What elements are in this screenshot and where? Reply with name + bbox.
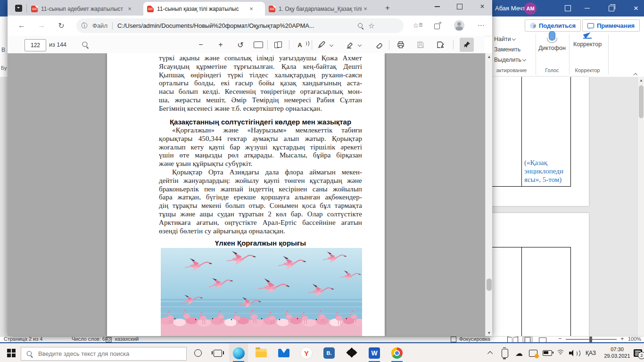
start-button[interactable] bbox=[2, 344, 21, 362]
focus-mode-icon[interactable] bbox=[451, 337, 456, 342]
pdf-scroll-up-icon[interactable]: ▲ bbox=[486, 53, 492, 60]
ribbon-corrector-button[interactable]: Корректор bbox=[570, 32, 604, 48]
forward-icon[interactable]: → bbox=[35, 19, 48, 32]
taskbar-explorer-icon[interactable] bbox=[252, 344, 271, 362]
word-account-name[interactable]: Абая Мечта bbox=[495, 0, 528, 16]
taskbar-mail-icon[interactable] bbox=[274, 344, 293, 362]
page-zoom-icon[interactable] bbox=[357, 22, 364, 30]
tab-1[interactable]: 11-сынып әдебиет жаратылыст × bbox=[28, 2, 142, 16]
tab-actions-menu-icon[interactable] bbox=[13, 3, 24, 13]
ribbon-separator bbox=[569, 34, 570, 74]
rotate-icon[interactable]: ↺ bbox=[234, 39, 247, 51]
zoom-out-icon[interactable]: − bbox=[195, 39, 207, 51]
pdf-scroll-down-icon[interactable]: ▼ bbox=[486, 329, 492, 336]
settings-more-icon[interactable]: ⋯ bbox=[474, 19, 487, 32]
zoom-in-icon[interactable]: + bbox=[215, 39, 227, 51]
pdf-page: түркі ақыны және сопылық ілімді уағыздау… bbox=[107, 53, 385, 336]
taskbar-vk-icon[interactable]: B. bbox=[320, 344, 339, 362]
action-center-icon[interactable]: 2 bbox=[632, 344, 644, 362]
print-icon[interactable] bbox=[395, 39, 407, 51]
page-info-icon[interactable]: ⓘ bbox=[76, 22, 92, 30]
address-bar[interactable]: ⓘ Файл C:/Users/admin/Documents/Новый%20… bbox=[76, 18, 404, 33]
clock[interactable]: 07:30 29.03.2021 bbox=[603, 346, 632, 359]
page-number-input[interactable] bbox=[25, 39, 46, 51]
status-word-count[interactable]: Число слов: 643 bbox=[72, 336, 111, 342]
share-button[interactable]: Поделиться bbox=[525, 19, 581, 32]
tab-close-icon[interactable]: × bbox=[362, 5, 369, 13]
pdf-search-icon[interactable] bbox=[79, 39, 91, 51]
ribbon-select-button[interactable]: Выделить bbox=[494, 57, 526, 63]
word-minimize-button[interactable] bbox=[580, 0, 594, 16]
tray-show-hidden-icon[interactable] bbox=[486, 344, 496, 362]
word-scroll-up-icon[interactable]: ▲ bbox=[638, 77, 644, 83]
reload-icon[interactable]: ↻ bbox=[55, 19, 68, 32]
sync-notification-icon[interactable] bbox=[527, 344, 539, 362]
status-zoom-out-button[interactable]: − bbox=[558, 336, 562, 342]
taskbar-dropbox-icon[interactable] bbox=[342, 344, 361, 362]
taskbar-chrome-icon[interactable] bbox=[388, 344, 406, 362]
pdf-text-line: браконьерлік пен жаппай індеттің кесірін… bbox=[159, 185, 362, 194]
battery-icon[interactable] bbox=[541, 344, 553, 362]
highlighter-dropdown-icon[interactable] bbox=[356, 41, 362, 48]
ribbon-dictate-button[interactable]: Диктофон bbox=[537, 31, 567, 51]
pdf-scrollbar-thumb[interactable] bbox=[487, 279, 492, 291]
back-icon[interactable]: ← bbox=[15, 19, 28, 32]
read-aloud-icon[interactable]: A bbox=[294, 39, 306, 51]
onedrive-cloud-icon[interactable]: ☁ bbox=[513, 344, 525, 362]
your-phone-icon[interactable] bbox=[499, 344, 511, 362]
page-view-icon[interactable] bbox=[272, 39, 284, 51]
draw-pen-icon[interactable] bbox=[315, 39, 328, 51]
taskbar-word-icon[interactable]: W bbox=[365, 344, 384, 362]
status-focus-label[interactable]: Фокусировка bbox=[459, 336, 490, 342]
word-scrollbar-thumb[interactable] bbox=[639, 85, 644, 118]
tab-2-active[interactable]: 11-сынып қазақ тілі жаратылыс × bbox=[143, 2, 265, 16]
volume-icon[interactable] bbox=[568, 344, 580, 362]
task-view-icon[interactable] bbox=[208, 344, 227, 362]
language-indicator[interactable]: ҚАЗ bbox=[583, 344, 599, 362]
draw-pen-dropdown-icon[interactable] bbox=[328, 41, 333, 48]
tab-3[interactable]: 1. Оқу бағдарламасы_Қазақ тілі × bbox=[266, 2, 378, 16]
status-language[interactable]: казахский bbox=[115, 336, 139, 342]
add-favorite-icon[interactable]: ☆ bbox=[364, 22, 379, 30]
wifi-icon[interactable] bbox=[554, 344, 567, 362]
save-as-icon[interactable] bbox=[434, 39, 446, 51]
taskbar-edge-icon[interactable] bbox=[229, 344, 248, 362]
status-page-indicator[interactable]: Страница 2 из 4 bbox=[4, 336, 42, 342]
highlighter-icon[interactable] bbox=[344, 39, 356, 51]
dropbox-icon bbox=[347, 348, 356, 358]
taskbar-search[interactable] bbox=[21, 347, 187, 361]
collections-icon[interactable] bbox=[431, 19, 444, 32]
word-close-button[interactable]: × bbox=[629, 0, 643, 16]
zoom-slider-thumb[interactable] bbox=[589, 337, 592, 342]
cortana-icon[interactable] bbox=[189, 344, 207, 362]
tab-close-icon[interactable]: × bbox=[126, 5, 133, 13]
ribbon-find-button[interactable]: Найти bbox=[494, 36, 515, 42]
word-restore-button[interactable] bbox=[604, 0, 619, 16]
tab-close-icon[interactable]: × bbox=[248, 5, 255, 13]
comments-button[interactable]: Примечания bbox=[582, 19, 640, 32]
word-scrollbar[interactable]: ▲ bbox=[637, 77, 644, 336]
pin-toolbar-icon[interactable] bbox=[460, 38, 474, 52]
save-icon[interactable] bbox=[414, 39, 427, 51]
taskbar-search-input[interactable] bbox=[37, 350, 171, 358]
url-text[interactable]: C:/Users/admin/Documents/Новый%20формат/… bbox=[117, 22, 357, 29]
ribbon-replace-button[interactable]: Заменить bbox=[494, 46, 520, 53]
new-tab-button[interactable]: + bbox=[382, 3, 393, 13]
pdf-text-line: жоғалып кету қаупі бар жүзуші құстардың … bbox=[159, 143, 362, 152]
edge-close-button[interactable]: × bbox=[474, 0, 490, 13]
status-zoom-in-button[interactable]: + bbox=[620, 336, 624, 342]
edge-minimize-button[interactable] bbox=[429, 0, 445, 13]
pdf-scrollbar[interactable]: ▲ ▼ bbox=[485, 53, 492, 336]
status-zoom-level[interactable]: 100% bbox=[628, 336, 641, 342]
profile-avatar-icon[interactable] bbox=[453, 19, 466, 32]
word-avatar[interactable]: AM bbox=[524, 2, 537, 15]
fit-to-width-icon[interactable] bbox=[252, 39, 264, 51]
toolbar-separator bbox=[312, 40, 312, 49]
ribbon-display-options-icon[interactable] bbox=[561, 0, 574, 16]
edge-maximize-button[interactable] bbox=[452, 0, 468, 13]
collapse-ribbon-icon[interactable] bbox=[633, 69, 637, 77]
eraser-icon[interactable] bbox=[373, 39, 385, 51]
taskbar-yandex-icon[interactable]: Y bbox=[297, 344, 316, 362]
favorites-bar-icon[interactable]: ☆ bbox=[409, 19, 422, 32]
proofing-icon[interactable] bbox=[106, 337, 112, 342]
